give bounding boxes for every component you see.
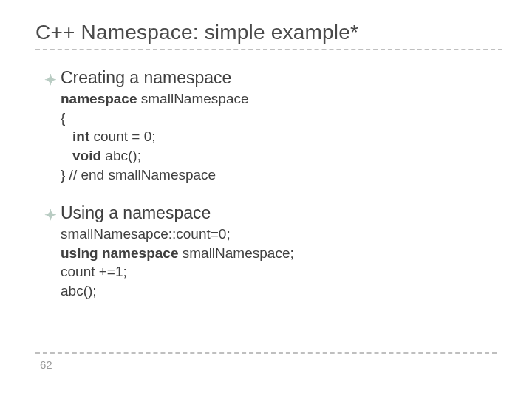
bullet-row: ✦ Using a namespace xyxy=(44,203,502,223)
code-keyword: using namespace xyxy=(61,245,183,261)
slide: C++ Namespace: simple example* ✦ Creatin… xyxy=(0,0,532,399)
page-number: 62 xyxy=(35,358,497,371)
code-text: { xyxy=(61,109,502,128)
title-divider xyxy=(35,49,502,50)
bullet-icon: ✦ xyxy=(44,208,61,222)
code-text: abc(); xyxy=(105,148,141,163)
footer: 62 xyxy=(0,352,532,371)
slide-title: C++ Namespace: simple example* xyxy=(35,21,502,44)
bullet-row: ✦ Creating a namespace xyxy=(44,68,502,88)
bullet-icon: ✦ xyxy=(44,72,61,87)
code-keyword: void xyxy=(72,148,105,163)
code-text: smallNamespace; xyxy=(183,245,294,261)
code-text: } // end smallNamespace xyxy=(61,166,502,185)
code-keyword: namespace xyxy=(61,91,141,106)
footer-divider xyxy=(35,352,497,354)
bullet-heading: Using a namespace xyxy=(61,203,211,223)
code-block: smallNamesapce::count=0; using namespace… xyxy=(61,225,502,301)
code-text: abc(); xyxy=(61,282,502,301)
code-text: smallNamesapce::count=0; xyxy=(61,225,502,244)
code-block: namespace smallNamespace { int count = 0… xyxy=(61,89,502,184)
bullet-heading: Creating a namespace xyxy=(61,68,231,88)
code-keyword: int xyxy=(72,129,94,144)
code-text: count +=1; xyxy=(61,262,502,282)
code-text: count = 0; xyxy=(94,129,156,144)
code-text: smallNamespace xyxy=(141,91,249,106)
content-area: ✦ Creating a namespace namespace smallNa… xyxy=(35,68,502,301)
